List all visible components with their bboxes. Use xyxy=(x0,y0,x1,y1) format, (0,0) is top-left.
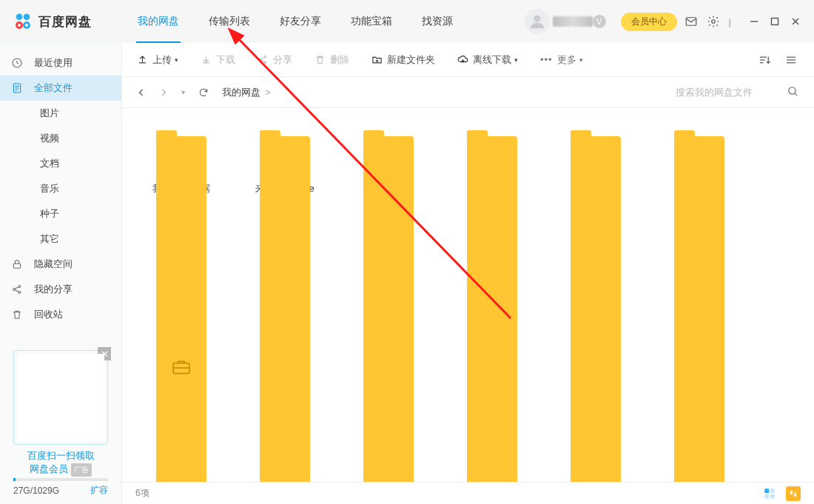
sidebar-item-label: 文档 xyxy=(40,157,59,170)
transfer-status-button[interactable] xyxy=(786,486,801,501)
svg-point-8 xyxy=(711,20,715,24)
expand-storage-link[interactable]: 扩容 xyxy=(90,484,108,497)
search-icon[interactable] xyxy=(787,85,799,100)
file-item[interactable]: CloudMusic xyxy=(455,130,529,195)
share2-icon xyxy=(258,54,269,65)
sidebar-item-other[interactable]: 其它 xyxy=(0,226,121,252)
cloud-download-icon xyxy=(457,54,468,65)
trash-icon xyxy=(10,308,24,321)
upload-icon xyxy=(137,54,148,65)
path-nav: ▾ 我的网盘> xyxy=(122,77,814,108)
member-center-button[interactable]: 会员中心 xyxy=(621,13,677,31)
svg-rect-45 xyxy=(764,494,769,498)
svg-line-28 xyxy=(261,60,264,62)
svg-point-26 xyxy=(264,61,266,64)
window-close-button[interactable] xyxy=(789,13,802,30)
nav-tab-mydisk[interactable]: 我的网盘 xyxy=(123,0,194,43)
svg-point-25 xyxy=(264,56,266,58)
svg-point-1 xyxy=(24,13,30,20)
svg-line-38 xyxy=(795,93,797,95)
new-folder-button[interactable]: 新建文件夹 xyxy=(371,53,435,67)
svg-rect-43 xyxy=(764,488,769,493)
main-panel: 上传▾ 下载 分享 删除 新建文件夹 离线下载▾ xyxy=(122,43,814,504)
search-input[interactable] xyxy=(674,86,778,98)
svg-rect-7 xyxy=(686,18,696,26)
qr-code-icon xyxy=(17,354,104,441)
file-item[interactable]: 我的资源 xyxy=(559,130,633,195)
svg-point-24 xyxy=(260,58,262,61)
delete-icon xyxy=(314,54,326,65)
share-icon xyxy=(10,283,24,296)
divider-icon: | xyxy=(727,13,733,30)
svg-point-4 xyxy=(18,24,21,27)
file-item[interactable]: 测试123 xyxy=(352,130,426,195)
history-dropdown-button[interactable]: ▾ xyxy=(181,88,185,96)
delete-button[interactable]: 删除 xyxy=(314,53,349,67)
file-item[interactable]: 来自：iPhone xyxy=(248,130,322,195)
sidebar-item-recent[interactable]: 最近使用 xyxy=(0,50,121,75)
sidebar-item-hidden[interactable]: 隐藏空间 xyxy=(0,252,121,277)
app-title: 百度网盘 xyxy=(38,13,92,30)
file-item[interactable]: 我的应用数据 xyxy=(144,130,218,195)
svg-point-21 xyxy=(18,292,21,294)
sidebar-item-videos[interactable]: 视频 xyxy=(0,126,121,151)
svg-point-20 xyxy=(18,286,21,288)
nav-tab-resources[interactable]: 找资源 xyxy=(407,0,468,43)
sidebar-item-allfiles[interactable]: 全部文件 xyxy=(0,75,121,101)
svg-rect-46 xyxy=(770,494,775,498)
clock-icon xyxy=(10,56,24,70)
promo-text: 百度扫一扫领取 网盘会员广告 xyxy=(6,449,115,477)
lock-icon xyxy=(10,258,24,271)
ad-badge: 广告 xyxy=(71,463,92,477)
main-nav: 我的网盘 传输列表 好友分享 功能宝箱 找资源 xyxy=(123,0,468,43)
user-name xyxy=(553,16,593,27)
sidebar-item-label: 回收站 xyxy=(34,308,63,321)
sidebar-item-seeds[interactable]: 种子 xyxy=(0,201,121,226)
window-minimize-button[interactable] xyxy=(747,13,761,30)
file-grid: 我的应用数据来自：iPhone测试123CloudMusic我的资源新建文件夹上… xyxy=(122,108,814,482)
mail-icon[interactable] xyxy=(683,12,699,31)
sidebar-item-music[interactable]: 音乐 xyxy=(0,176,121,201)
svg-rect-44 xyxy=(770,488,775,493)
svg-point-19 xyxy=(13,289,16,291)
nav-tab-transfer[interactable]: 传输列表 xyxy=(194,0,265,43)
more-button[interactable]: •••更多▾ xyxy=(540,53,583,67)
svg-point-0 xyxy=(16,13,23,20)
grid-view-toggle[interactable] xyxy=(762,486,777,501)
sidebar-item-trash[interactable]: 回收站 xyxy=(0,302,121,327)
document-icon xyxy=(10,81,24,95)
svg-rect-18 xyxy=(13,263,20,268)
sort-button[interactable] xyxy=(756,50,773,70)
nav-tab-share[interactable]: 好友分享 xyxy=(265,0,336,43)
window-maximize-button[interactable] xyxy=(768,13,781,30)
header: 百度网盘 我的网盘 传输列表 好友分享 功能宝箱 找资源 V 会员中心 | xyxy=(0,0,814,43)
sidebar-promo: ✕ 百度扫一扫领取 网盘会员广告 27G/1029G 扩容 xyxy=(0,344,121,504)
offline-download-button[interactable]: 离线下载▾ xyxy=(457,53,518,67)
sidebar-item-docs[interactable]: 文档 xyxy=(0,151,121,176)
upload-button[interactable]: 上传▾ xyxy=(137,53,178,67)
share-button[interactable]: 分享 xyxy=(258,53,292,67)
sidebar-item-label: 最近使用 xyxy=(34,56,73,70)
sidebar-item-myshare[interactable]: 我的分享 xyxy=(0,277,121,302)
breadcrumb[interactable]: 我的网盘> xyxy=(222,86,275,99)
new-folder-icon xyxy=(371,54,383,65)
sidebar-item-label: 我的分享 xyxy=(34,283,73,296)
svg-line-23 xyxy=(15,290,18,292)
back-button[interactable] xyxy=(137,88,146,97)
file-item[interactable]: 新建文件夹 xyxy=(662,130,736,195)
storage-text: 27G/1029G xyxy=(13,485,59,496)
refresh-button[interactable] xyxy=(198,87,209,98)
sidebar-item-label: 视频 xyxy=(40,132,59,145)
sidebar-item-label: 其它 xyxy=(40,232,59,246)
download-button[interactable]: 下载 xyxy=(201,53,235,67)
sidebar-item-label: 隐藏空间 xyxy=(34,258,73,271)
forward-button[interactable] xyxy=(159,88,168,97)
nav-tab-tools[interactable]: 功能宝箱 xyxy=(336,0,407,43)
settings-icon[interactable] xyxy=(705,12,722,31)
sidebar-item-label: 种子 xyxy=(40,207,59,221)
list-view-button[interactable] xyxy=(783,50,799,70)
sidebar-item-images[interactable]: 图片 xyxy=(0,101,121,126)
user-account[interactable]: V xyxy=(525,9,606,34)
avatar-icon xyxy=(525,9,550,34)
app-logo: 百度网盘 xyxy=(12,10,92,33)
